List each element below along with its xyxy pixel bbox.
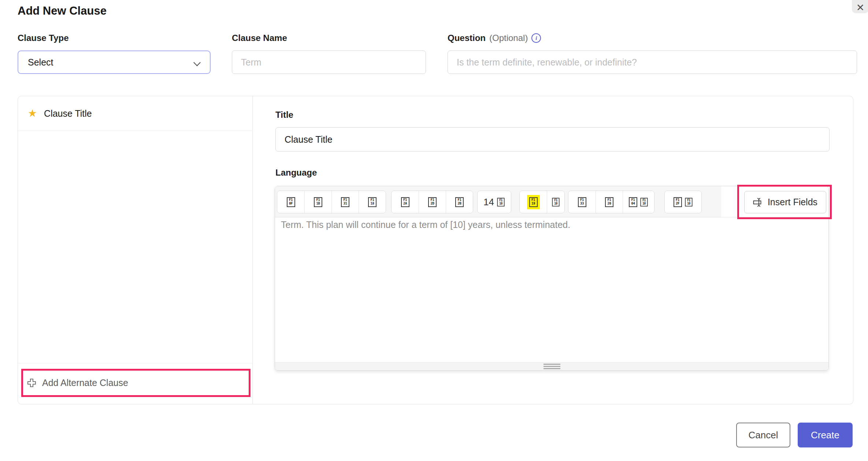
add-new-clause-modal: ✕ Add New Clause Clause Type Select Clau…	[0, 0, 868, 461]
unknown-glyph-icon: F133	[578, 197, 586, 207]
unknown-glyph-icon: F10F	[287, 197, 295, 207]
unknown-glyph-icon: F110	[497, 198, 504, 206]
toolbar-button-group: F119F110	[519, 191, 565, 213]
grip-icon	[544, 364, 560, 369]
editor-resize-handle[interactable]	[275, 362, 828, 370]
add-alternate-clause-row: Add Alternate Clause	[18, 363, 252, 404]
language-label: Language	[275, 168, 317, 178]
question-label: Question (Optional) i	[448, 33, 541, 43]
unknown-glyph-icon: F119	[529, 197, 538, 207]
unknown-glyph-icon: F110	[640, 198, 648, 206]
unknown-glyph-icon: F131	[341, 197, 349, 207]
title-input[interactable]	[275, 127, 830, 151]
toolbar-button[interactable]: F131	[331, 191, 359, 213]
question-label-text: Question	[448, 33, 486, 43]
add-alternate-clause-label: Add Alternate Clause	[42, 378, 128, 388]
unknown-glyph-icon: F12A	[401, 197, 409, 207]
unknown-glyph-icon: F120	[605, 197, 613, 207]
clause-language-textarea[interactable]: Term. This plan will continue for a term…	[281, 218, 823, 359]
chevron-down-icon	[193, 59, 201, 66]
toolbar-button[interactable]: F104F110	[623, 191, 654, 213]
create-button[interactable]: Create	[798, 423, 853, 447]
unknown-glyph-icon: F12D	[428, 197, 437, 207]
title-label: Title	[275, 110, 293, 120]
toolbar-button[interactable]: F11B	[304, 191, 331, 213]
plus-icon	[27, 378, 37, 388]
clause-type-selected-value: Select	[28, 57, 53, 68]
insert-fields-label: Insert Fields	[768, 197, 817, 207]
add-alternate-clause-button[interactable]: Add Alternate Clause	[27, 369, 128, 397]
editor-toolbar: F10FF11BF131F118F12AF12DF12B14F110F119F1…	[275, 186, 828, 217]
font-size-value: 14	[483, 196, 494, 208]
clause-type-select[interactable]: Select	[18, 50, 211, 74]
clause-item-label: Clause Title	[44, 108, 92, 119]
unknown-glyph-icon: F11B	[314, 197, 322, 207]
unknown-glyph-icon: F104	[629, 197, 637, 207]
cancel-button[interactable]: Cancel	[736, 423, 790, 447]
clause-name-input[interactable]	[232, 50, 426, 74]
toolbar-button[interactable]: F12D	[419, 191, 446, 213]
unknown-glyph-icon: F118	[368, 197, 376, 207]
highlight-color-button[interactable]: F119	[520, 191, 547, 213]
toolbar-button[interactable]: F118	[359, 191, 386, 213]
insert-fields-button[interactable]: Insert Fields	[744, 191, 826, 213]
font-size-button[interactable]: 14F110	[478, 191, 511, 213]
highlight-color-swatch: F119	[527, 195, 540, 209]
toolbar-button[interactable]: F12FF110	[665, 191, 701, 213]
toolbar-button[interactable]: F10F	[277, 191, 304, 213]
toolbar-button-group: F133F120F104F110	[568, 191, 654, 213]
highlight-color-dropdown[interactable]: F110	[547, 191, 564, 213]
toolbar-button-group: F12FF110	[664, 191, 702, 213]
toolbar-button[interactable]: F120	[596, 191, 623, 213]
clause-list-item[interactable]: ★ Clause Title	[18, 96, 252, 131]
language-editor: F10FF11BF131F118F12AF12DF12B14F110F119F1…	[275, 186, 829, 371]
clause-list-panel: ★ Clause Title Add Alternate Clause	[18, 96, 253, 404]
clause-name-label: Clause Name	[232, 33, 287, 43]
close-icon[interactable]: ✕	[852, 0, 868, 13]
star-icon: ★	[28, 108, 37, 119]
question-input[interactable]	[448, 50, 857, 74]
unknown-glyph-icon: F110	[685, 198, 692, 206]
insert-field-icon	[753, 198, 763, 207]
toolbar-button-group: 14F110	[477, 191, 511, 213]
unknown-glyph-icon: F12F	[674, 197, 682, 207]
question-optional-text: (Optional)	[489, 33, 528, 43]
toolbar-button-group: F12AF12DF12B	[391, 191, 473, 213]
toolbar-button[interactable]: F133	[568, 191, 596, 213]
unknown-glyph-icon: F110	[552, 198, 559, 206]
page-title: Add New Clause	[18, 4, 107, 18]
toolbar-button-group: F10FF11BF131F118	[277, 191, 386, 213]
clause-type-label: Clause Type	[18, 33, 69, 43]
toolbar-button[interactable]: F12A	[392, 191, 419, 213]
toolbar-button[interactable]: F12B	[446, 191, 473, 213]
info-icon[interactable]: i	[531, 33, 541, 43]
unknown-glyph-icon: F12B	[455, 197, 464, 207]
